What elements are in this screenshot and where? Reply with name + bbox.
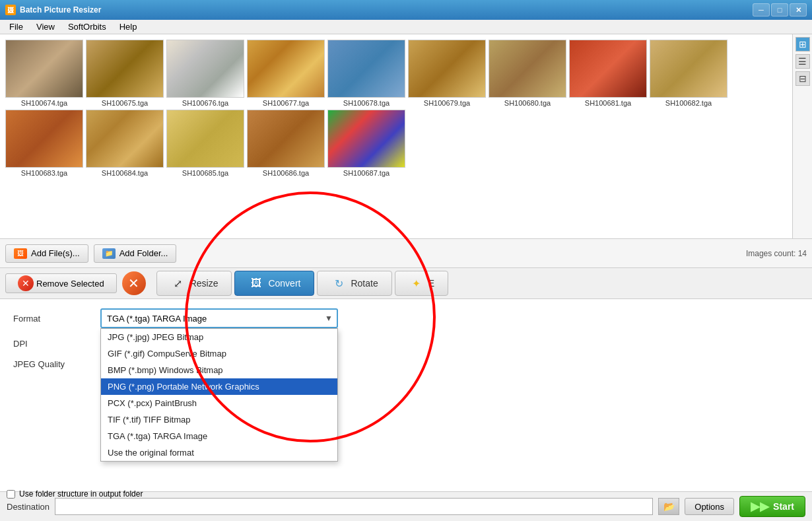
list-item[interactable]: SH100679.tga [408,40,486,107]
image-filename: SH100681.tga [569,99,647,107]
list-view-button[interactable]: ☰ [795,54,810,69]
start-button[interactable]: ▶▶ Start [739,496,805,517]
gallery-view-controls: ⊞ ☰ ⊟ [792,34,812,238]
dropdown-item-bmp[interactable]: BMP (*.bmp) Windows Bitmap [101,362,337,378]
thumbnail [86,110,164,168]
add-folder-icon: 📁 [102,248,116,259]
list-item[interactable]: SH100676.tga [166,40,244,107]
thumbnail [327,110,405,168]
list-item[interactable]: SH100686.tga [247,110,325,177]
menu-help[interactable]: Help [113,20,144,33]
list-item[interactable]: SH100685.tga [166,110,244,177]
dropdown-item-jpg[interactable]: JPG (*.jpg) JPEG Bitmap [101,329,337,345]
images-count: Images count: 14 [746,249,807,258]
jpeg-quality-label: JPEG Quality [13,359,92,369]
effects-icon: ✦ [409,275,424,291]
format-label: Format [13,314,92,324]
main-container: SH100674.tga SH100675.tga SH100676.tga S… [0,34,812,521]
dpi-label: DPI [13,339,92,349]
image-filename: SH100679.tga [408,99,486,107]
list-item[interactable]: SH100684.tga [86,110,164,177]
list-item[interactable]: SH100674.tga [5,40,83,107]
thumbnail [247,40,325,98]
title-bar-text: Batch Picture Resizer [20,5,753,15]
dropdown-item-png[interactable]: PNG (*.png) Portable Network Graphics [101,378,337,395]
remove-icon: ✕ [18,275,34,291]
list-item[interactable]: SH100675.tga [86,40,164,107]
folder-structure-label[interactable]: Use folder structure in output folder [7,489,143,499]
image-filename: SH100674.tga [5,99,83,107]
tab-effects[interactable]: ✦ E [395,271,448,296]
image-filename: SH100677.tga [247,99,325,107]
dropdown-item-tga[interactable]: TGA (*.tga) TARGA Image [101,428,337,444]
start-icon: ▶▶ [751,499,769,514]
list-item[interactable]: SH100682.tga [650,40,727,107]
list-item[interactable]: SH100681.tga [569,40,647,107]
image-filename: SH100675.tga [86,99,164,107]
thumbnail [166,110,244,168]
list-item[interactable]: SH100677.tga [247,40,325,107]
destination-label: Destination [7,502,50,512]
image-filename: SH100684.tga [86,169,164,177]
tab-rotate[interactable]: ↻ Rotate [317,271,391,296]
folder-structure-checkbox[interactable] [7,490,15,499]
image-filename: SH100678.tga [327,99,405,107]
tab-convert[interactable]: 🖼 Convert [234,271,314,296]
remove-selected-button[interactable]: ✕ Remove Selected [5,273,117,293]
rotate-icon: ↻ [331,275,347,291]
format-select-wrapper: TGA (*.tga) TARGA Image ▼ JPG (*.jpg) JP… [100,308,338,328]
dropdown-item-pcx[interactable]: PCX (*.pcx) PaintBrush [101,395,337,411]
convert-icon: 🖼 [248,275,264,291]
list-item[interactable]: SH100680.tga [489,40,566,107]
image-filename: SH100682.tga [650,99,727,107]
browse-destination-button[interactable]: 📂 [658,498,679,515]
dropdown-item-tif[interactable]: TIF (*.tif) TIFF Bitmap [101,411,337,428]
remove-icon-circle[interactable]: ✕ [122,271,146,295]
bottom-bar: Destination 📂 Options Use folder structu… [0,491,812,521]
format-select[interactable]: TGA (*.tga) TARGA Image [100,308,338,328]
thumbnail [5,40,83,98]
image-filename: SH100685.tga [166,169,244,177]
options-button[interactable]: Options [685,498,734,515]
thumbnail [408,40,486,98]
minimize-button[interactable]: ─ [753,3,770,17]
add-folder-button[interactable]: 📁 Add Folder... [94,244,177,263]
image-filename: SH100687.tga [327,169,405,177]
large-view-button[interactable]: ⊞ [795,37,810,52]
thumbnail [166,40,244,98]
app-icon: 🖼 [5,5,16,15]
menu-view[interactable]: View [30,20,61,33]
dropdown-item-original[interactable]: Use the original format [101,444,337,461]
app-window: 🖼 Batch Picture Resizer ─ □ ✕ File View … [0,0,812,521]
list-item[interactable]: SH100683.tga [5,110,83,177]
thumbnail [86,40,164,98]
convert-panel: Format TGA (*.tga) TARGA Image ▼ JPG (*.… [0,299,812,521]
main-tabs: ⤢ Resize 🖼 Convert ↻ Rotate ✦ E [156,271,448,296]
close-button[interactable]: ✕ [790,3,807,17]
menu-bar: File View SoftOrbits Help [0,20,812,34]
image-filename: SH100680.tga [489,99,566,107]
dropdown-item-gif[interactable]: GIF (*.gif) CompuServe Bitmap [101,345,337,362]
thumbnail [5,110,83,168]
add-files-button[interactable]: 🖼 Add File(s)... [5,244,88,263]
thumbnail [569,40,647,98]
thumbnail [489,40,566,98]
file-toolbar: 🖼 Add File(s)... 📁 Add Folder... Images … [0,239,812,268]
resize-icon: ⤢ [170,275,186,291]
image-filename: SH100686.tga [247,169,325,177]
menu-softorbits[interactable]: SoftOrbits [61,20,113,33]
title-bar-controls: ─ □ ✕ [753,3,807,17]
destination-input[interactable] [55,498,653,515]
action-tab-row: ✕ Remove Selected ✕ ⤢ Resize 🖼 Convert ↻… [0,268,812,299]
image-filename: SH100683.tga [5,169,83,177]
maximize-button[interactable]: □ [771,3,788,17]
tab-resize[interactable]: ⤢ Resize [156,271,232,296]
menu-file[interactable]: File [3,20,30,33]
thumbnail [247,110,325,168]
checkbox-row: Use folder structure in output folder [7,489,143,499]
thumbnail [650,40,727,98]
add-files-icon: 🖼 [14,248,27,259]
list-item[interactable]: SH100678.tga [327,40,405,107]
grid-view-button[interactable]: ⊟ [795,71,810,86]
list-item[interactable]: SH100687.tga [327,110,405,177]
